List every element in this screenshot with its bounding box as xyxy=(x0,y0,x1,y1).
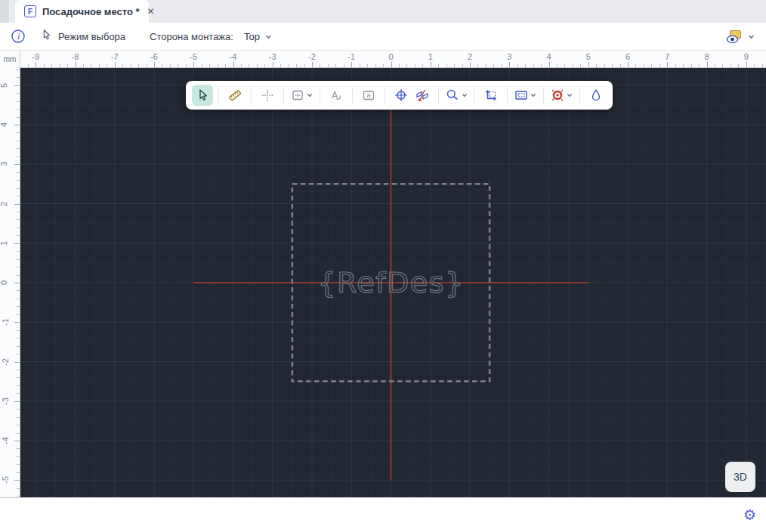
ruler-tick xyxy=(431,62,431,67)
origin-tool-button[interactable] xyxy=(391,85,412,106)
ruler-tick xyxy=(17,377,20,378)
ruler-tick xyxy=(549,62,550,67)
ruler-tick xyxy=(715,64,715,67)
flip-side-tool-button[interactable] xyxy=(412,85,433,106)
ruler-tick xyxy=(202,64,202,67)
ruler-tick xyxy=(17,488,20,489)
ruler-tick xyxy=(17,496,20,496)
ruler-tick xyxy=(730,64,731,67)
ruler-tick xyxy=(76,62,76,67)
ruler-tick xyxy=(14,125,20,125)
ruler-tick xyxy=(312,62,313,67)
ruler-tick xyxy=(17,172,20,173)
canvas-scene: {RefDes} xyxy=(20,68,766,497)
ruler-label: -4 xyxy=(1,437,10,444)
selection-mode-indicator[interactable]: Режим выбора xyxy=(39,28,125,45)
horizontal-ruler: -9-8-7-6-5-4-3-2-10123456789 xyxy=(20,51,766,68)
chevron-down-icon[interactable] xyxy=(461,91,468,99)
status-bar: ⚙ xyxy=(0,497,766,532)
ruler-tick xyxy=(17,219,20,220)
editor-canvas[interactable]: {RefDes} Aa 3D xyxy=(20,68,766,497)
ruler-label: 4 xyxy=(0,122,8,127)
mount-side-group: Сторона монтажа: Top xyxy=(150,29,276,44)
ruler-tick xyxy=(209,64,210,67)
ruler-tick xyxy=(296,64,297,67)
measure-tool-button[interactable] xyxy=(224,85,246,106)
ruler-tick xyxy=(320,64,320,67)
tab-close-icon[interactable]: ✕ xyxy=(146,5,156,17)
ruler-tick xyxy=(667,62,668,67)
ruler-tick xyxy=(17,393,20,394)
toolbar-divider xyxy=(474,87,475,104)
ruler-tick xyxy=(14,322,20,323)
ruler-label: 9 xyxy=(744,52,749,61)
ruler-tick xyxy=(17,314,20,315)
ruler-tick xyxy=(644,64,644,67)
snap-points-tool-button[interactable] xyxy=(257,85,278,106)
ruler-tick xyxy=(17,93,20,94)
ruler-tick xyxy=(17,77,20,78)
ruler-tick xyxy=(17,306,20,307)
chevron-down-icon[interactable] xyxy=(566,91,573,99)
chevron-down-icon xyxy=(264,32,273,41)
tab-footprint[interactable]: F Посадочное место * ✕ xyxy=(15,0,149,23)
view-3d-button[interactable]: 3D xyxy=(725,462,755,492)
ruler-label: -5 xyxy=(1,476,10,484)
ruler-label: 4 xyxy=(546,52,551,61)
tab-bar: F Посадочное место * ✕ xyxy=(0,0,766,23)
layers-visibility-button[interactable] xyxy=(724,29,755,45)
ruler-label: -5 xyxy=(190,52,197,61)
selection-bounds-tool-button[interactable] xyxy=(480,85,502,106)
ruler-tick xyxy=(328,64,329,67)
ruler-tick xyxy=(406,64,407,67)
ruler-tick xyxy=(17,196,20,196)
ruler-tick xyxy=(17,464,20,465)
mount-side-select[interactable]: Top xyxy=(241,29,276,44)
ruler-tick xyxy=(83,64,84,67)
ruler-tick xyxy=(502,64,502,67)
teardrop-tool-button[interactable] xyxy=(585,85,607,106)
ruler-label: 8 xyxy=(704,52,709,61)
ruler-tick xyxy=(17,385,20,386)
chevron-down-icon[interactable] xyxy=(530,91,537,99)
ruler-tick xyxy=(762,64,763,67)
keepout-tool-button[interactable] xyxy=(549,85,574,106)
ruler-row: mm -9-8-7-6-5-4-3-2-10123456789 xyxy=(0,50,766,68)
ruler-tick xyxy=(17,298,20,299)
ruler-tick xyxy=(564,64,565,67)
ruler-tick xyxy=(422,64,423,67)
zoom-tool-button[interactable] xyxy=(444,85,469,106)
courtyard-tool-button[interactable] xyxy=(513,85,538,106)
label-tool-button[interactable]: a xyxy=(358,85,379,106)
ruler-tick xyxy=(249,64,249,67)
ruler-tick xyxy=(241,64,242,67)
text-tool-button[interactable]: A xyxy=(326,85,347,106)
info-icon[interactable]: i xyxy=(11,29,26,44)
select-tool-button[interactable] xyxy=(192,85,213,106)
ruler-tick xyxy=(17,354,20,354)
chevron-down-icon xyxy=(747,32,755,41)
ruler-tick xyxy=(675,64,676,67)
refdes-placeholder: {RefDes} xyxy=(317,266,464,299)
ruler-tick xyxy=(257,64,258,67)
ruler-tick xyxy=(17,117,20,118)
ruler-tick xyxy=(17,338,20,339)
pad-tool-button[interactable] xyxy=(289,85,314,106)
chevron-down-icon[interactable] xyxy=(306,91,314,99)
settings-gear-icon[interactable]: ⚙ xyxy=(743,508,756,522)
ruler-tick xyxy=(17,290,20,291)
ruler-tick xyxy=(738,64,739,67)
ruler-tick xyxy=(596,64,597,67)
ruler-tick xyxy=(162,64,162,67)
ruler-tick xyxy=(17,141,20,141)
ruler-tick xyxy=(17,456,20,457)
ruler-tick xyxy=(454,64,455,67)
ruler-label: -7 xyxy=(111,52,119,61)
ruler-tick xyxy=(375,64,376,67)
ruler-label: -3 xyxy=(269,52,276,61)
ruler-tick xyxy=(17,212,20,212)
ruler-tick xyxy=(233,62,234,67)
ruler-tick xyxy=(493,64,494,67)
ruler-tick xyxy=(628,62,629,67)
ruler-tick xyxy=(335,64,336,67)
